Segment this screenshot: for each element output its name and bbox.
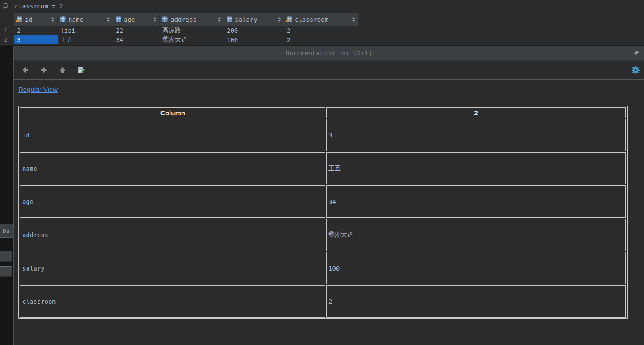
grid-cell-salary[interactable]: 100: [224, 35, 284, 44]
grid-cell-address[interactable]: 蠡湖大道: [160, 35, 224, 44]
doc-field-value: 3: [326, 119, 626, 151]
sort-icon: [217, 17, 221, 22]
doc-field-name: name: [20, 152, 325, 184]
documentation-toolbar: [14, 61, 644, 80]
column-header-label: salary: [235, 16, 257, 23]
doc-field-value: 蠡湖大道: [326, 219, 626, 251]
key-column-icon: [286, 16, 292, 23]
documentation-content: Regular View Column 2 id 3 name 王五 age 3…: [14, 80, 644, 319]
up-icon: [58, 66, 67, 74]
sort-icon: [153, 17, 157, 22]
column-icon: [59, 16, 66, 23]
doc-field-name: salary: [20, 252, 325, 284]
row-number[interactable]: 1: [0, 26, 14, 35]
table-row: age 34: [20, 185, 626, 218]
grid-cell-classroom[interactable]: 2: [284, 26, 359, 35]
regular-view-link[interactable]: Regular View: [18, 86, 58, 93]
table-row: id 3: [20, 119, 626, 151]
column-icon: [162, 16, 168, 23]
tool-stripe-button[interactable]: [0, 251, 12, 262]
table-row: name 王五: [20, 152, 626, 184]
documentation-table: Column 2 id 3 name 王五 age 34 address 蠡: [18, 106, 628, 319]
doc-field-value: 王五: [326, 152, 626, 184]
table-row: 2 3 王五 34 蠡湖大道 100 2: [0, 35, 359, 44]
doc-field-value: 2: [326, 285, 626, 318]
grid-cell-age[interactable]: 22: [113, 26, 160, 35]
sort-icon: [51, 17, 55, 22]
grid-header-row: id name age: [0, 13, 359, 26]
grid-cell-id[interactable]: 2: [14, 26, 58, 35]
up-button[interactable]: [58, 65, 67, 75]
column-header-label: address: [170, 16, 197, 23]
column-header-name[interactable]: name: [58, 13, 113, 26]
filter-operator: =: [52, 3, 55, 10]
edit-source-button[interactable]: [76, 65, 86, 75]
column-icon: [226, 16, 233, 23]
doc-field-name: classroom: [20, 285, 325, 318]
column-header-salary[interactable]: salary: [224, 13, 284, 26]
doc-field-name: id: [20, 119, 325, 151]
key-column-icon: [16, 16, 23, 23]
column-header-age[interactable]: age: [113, 13, 160, 26]
table-header-row: Column 2: [20, 107, 626, 118]
column-header-address[interactable]: address: [160, 13, 224, 26]
column-header-label: name: [68, 16, 83, 23]
sort-icon: [352, 17, 356, 22]
grid-cell-salary[interactable]: 200: [224, 26, 284, 35]
forward-button[interactable]: [39, 65, 49, 75]
app-window: classroom = 2 id: [0, 0, 644, 345]
search-icon: [2, 2, 10, 10]
data-grid: classroom = 2 id: [0, 0, 644, 46]
row-number-gutter-header: [0, 13, 14, 26]
doc-field-value: 34: [326, 185, 626, 218]
documentation-title: Documentation for [2x1]: [286, 50, 372, 57]
grid-cell-name[interactable]: 王五: [58, 35, 113, 44]
sort-icon: [277, 17, 281, 22]
left-tool-stripe: Da: [0, 46, 13, 345]
doc-table-header-column: Column: [20, 107, 325, 118]
doc-field-value: 100: [326, 252, 626, 284]
column-header-label: id: [25, 16, 32, 23]
column-header-classroom[interactable]: classroom: [284, 13, 359, 26]
grid-cell-age[interactable]: 34: [113, 35, 160, 44]
row-number[interactable]: 2: [0, 35, 14, 44]
grid-cell-classroom[interactable]: 2: [284, 35, 359, 44]
table-row: classroom 2: [20, 285, 626, 318]
pin-icon[interactable]: [632, 50, 640, 58]
tool-window-tab-label: Da: [3, 227, 10, 234]
back-icon: [21, 66, 30, 74]
tool-stripe-button[interactable]: [0, 266, 12, 277]
doc-field-name: address: [20, 219, 325, 251]
documentation-panel: Documentation for [2x1]: [13, 46, 644, 345]
table-row: salary 100: [20, 252, 626, 284]
settings-gear-icon[interactable]: [631, 65, 640, 77]
documentation-title-bar[interactable]: Documentation for [2x1]: [14, 46, 644, 61]
grid-cell-address[interactable]: 高凉路: [160, 26, 224, 35]
grid-body: 1 2 lisi 22 高凉路 200 2 2 3 王五 34 蠡湖大道 100…: [0, 26, 359, 44]
grid-cell-name[interactable]: lisi: [58, 26, 113, 35]
column-header-label: age: [124, 16, 135, 23]
filter-field: classroom: [15, 3, 48, 10]
doc-field-name: age: [20, 185, 325, 218]
column-header-id[interactable]: id: [14, 13, 58, 26]
filter-value: 2: [59, 3, 63, 10]
column-icon: [115, 16, 122, 23]
tool-window-tab-database[interactable]: Da: [0, 224, 13, 238]
column-header-label: classroom: [295, 16, 328, 23]
back-button[interactable]: [20, 65, 30, 75]
edit-source-icon: [77, 66, 86, 74]
filter-bar[interactable]: classroom = 2: [0, 0, 644, 12]
grid-cell-id-selected[interactable]: 3: [14, 35, 58, 44]
sort-icon: [107, 17, 110, 22]
doc-table-header-value: 2: [326, 107, 626, 118]
forward-icon: [40, 66, 48, 74]
table-row: 1 2 lisi 22 高凉路 200 2: [0, 26, 359, 35]
table-row: address 蠡湖大道: [20, 219, 626, 251]
